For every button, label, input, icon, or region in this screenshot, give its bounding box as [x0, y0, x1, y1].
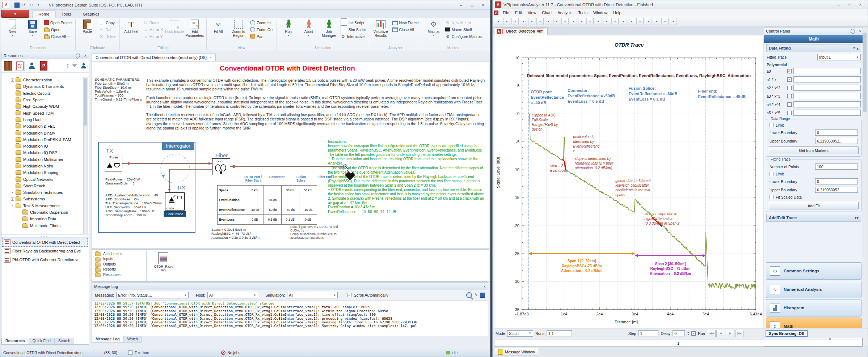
ribbon-button-small[interactable]: Interactive [339, 33, 367, 40]
tree-expander[interactable]: − [11, 204, 14, 207]
clear-log-icon[interactable]: ✎ [475, 293, 478, 298]
ribbon-tab[interactable]: Graphics [77, 11, 105, 18]
delay-field[interactable]: 0 [673, 330, 685, 336]
runs-field[interactable]: 1-1 [547, 330, 572, 336]
panel-tab[interactable]: Message Log [92, 336, 124, 343]
pin-icon[interactable] [75, 52, 81, 59]
step-field[interactable]: 1 [638, 330, 658, 336]
save-icon[interactable] [14, 3, 20, 8]
analyzer-icon[interactable]: ▪ [495, 18, 502, 25]
upper-boundary-field[interactable]: 6.219053052... [815, 138, 858, 144]
ribbon-button-small[interactable]: New Macro [444, 19, 483, 26]
redo-icon[interactable]: ▪ [561, 18, 569, 25]
otdr-rx-block[interactable]: OTDR [165, 192, 185, 211]
fitting-lower-boundary-field[interactable]: 0 [815, 178, 858, 184]
filter-icon[interactable] [72, 64, 77, 67]
project-library-icon[interactable]: P [39, 61, 49, 71]
ribbon-button-small[interactable]: Zoom In [249, 19, 275, 26]
coefficient-checkbox[interactable] [787, 69, 792, 73]
ribbon-button[interactable]: Paste [77, 18, 97, 34]
coefficient-checkbox[interactable] [787, 94, 792, 98]
zoom-out-icon[interactable]: ▪ [578, 18, 585, 25]
fitted-trace-select[interactable]: Input 1▼ [817, 54, 861, 60]
fitting-upper-boundary-field[interactable]: 6.219053052... [815, 187, 858, 193]
prev-frame-button[interactable]: ◀ [716, 330, 725, 337]
ribbon-button-small[interactable]: Configure Macros [444, 33, 483, 40]
ribbon-button[interactable]: Abort ▾ [299, 18, 319, 38]
tree-item[interactable]: Modulation DmPSK & PAM [1, 136, 83, 143]
sort-icons[interactable]: ▲▼ [67, 63, 69, 69]
pulse-block[interactable]: Pulse [105, 155, 122, 171]
attachments-item[interactable]: Resources [92, 272, 146, 277]
demos-library-icon[interactable]: FOOS [15, 61, 25, 71]
coefficient-value-field[interactable] [793, 68, 861, 74]
coefficient-value-field[interactable] [793, 85, 861, 91]
minimize-button[interactable]: – [834, 1, 844, 8]
menu-item[interactable]: Help [610, 10, 624, 16]
menu-item[interactable]: Window [590, 10, 610, 16]
coefficient-checkbox[interactable] [787, 77, 792, 82]
close-button[interactable]: × [855, 1, 865, 8]
tree-expander[interactable]: + [11, 191, 14, 194]
ribbon-button-small[interactable]: Zoom Out [249, 26, 275, 33]
tree-item[interactable]: Optical Networks [1, 176, 83, 182]
copy-icon[interactable]: ▪ [536, 18, 544, 25]
coefficient-checkbox[interactable] [787, 86, 792, 90]
coefficient-checkbox[interactable] [787, 102, 792, 107]
marker-icon[interactable]: ▪ [611, 18, 619, 25]
ribbon-button-small[interactable]: Macro Shell [444, 26, 483, 33]
delay-spinner[interactable]: ▲▼ [687, 331, 689, 336]
splitter[interactable]: ••••• [1, 234, 89, 238]
export-icon[interactable]: ▪ [545, 18, 552, 25]
panel-tab[interactable]: Resources [1, 338, 29, 344]
save-log-icon[interactable] [480, 293, 485, 298]
menu-item[interactable]: View [525, 10, 539, 16]
save-all-icon[interactable]: ▪ [520, 18, 527, 25]
tree-item[interactable]: Modulation Multicarrier [1, 156, 83, 163]
tree-item[interactable]: Electric Circuits [1, 90, 83, 97]
document-tab[interactable]: Conventional OTDR with Direct Detection.… [92, 54, 216, 61]
ribbon-button[interactable]: Visualize Results [371, 18, 391, 38]
legend-icon[interactable]: ▪ [628, 18, 635, 25]
print-icon[interactable]: ▪ [528, 18, 535, 25]
ribbon-button[interactable]: Look Inside [164, 18, 185, 34]
run-checkbox[interactable] [691, 331, 696, 336]
close-document-icon[interactable]: × [210, 56, 212, 60]
attachments-item[interactable]: Outputs [92, 262, 146, 267]
zoom-region-icon[interactable]: ▪ [595, 18, 602, 25]
coefficient-value-field[interactable] [793, 110, 861, 116]
ribbon-tab[interactable]: Home [32, 10, 56, 18]
tree-item[interactable]: + Characterization [1, 77, 83, 83]
menu-item[interactable]: Chart [539, 10, 555, 16]
tree-item[interactable]: Modulation IQ [1, 143, 83, 149]
tree-item[interactable]: Modulation IQ DSP [1, 149, 83, 156]
otdr-rx-file[interactable]: OTDR_Rx.vt mg [152, 252, 175, 272]
zoom-in-icon[interactable]: ▪ [570, 18, 577, 25]
tree-item[interactable]: High Speed TDM [1, 110, 83, 116]
maximize-button[interactable]: □ [467, 1, 477, 9]
analyzer-tab[interactable]: A _Direct_Detection_vtm [494, 27, 548, 35]
menu-item[interactable]: File [500, 10, 512, 16]
ribbon-button-small[interactable]: New Frame [391, 19, 420, 26]
tree-item[interactable]: Modulation Binary [1, 129, 83, 136]
demo-file-item[interactable]: Fiber Rayleigh Backscattering and Eve [2, 247, 88, 255]
frame-position-field[interactable]: 1 [494, 340, 863, 347]
ribbon-button[interactable]: Macros ▾ [424, 18, 444, 38]
add-fit-button[interactable]: Add Fit [769, 202, 859, 209]
ribbon-button[interactable]: Add Text [121, 18, 142, 34]
tree-item[interactable]: + Subsystems [1, 196, 83, 202]
menu-item[interactable]: Tools [575, 10, 590, 16]
user-library-icon[interactable] [27, 61, 37, 71]
fitting-limit-checkbox[interactable] [770, 172, 774, 176]
ribbon-button[interactable]: Zoom to Region [228, 18, 249, 38]
tree-expander[interactable]: + [11, 78, 14, 82]
undo-icon[interactable]: ▪ [553, 18, 560, 25]
tree-item[interactable]: Short Reach [1, 183, 83, 189]
panel-tab[interactable]: Search [54, 338, 74, 344]
tree-item[interactable]: Dynamics & Transients [1, 83, 83, 90]
panel-tab[interactable]: Watch [123, 336, 142, 343]
menu-item[interactable]: Edit [512, 10, 525, 16]
tree-item[interactable]: − Test & Measurement [1, 203, 83, 209]
ribbon-button-small[interactable]: Rotate [142, 19, 164, 26]
close-message-log-button[interactable]: × [484, 284, 486, 289]
